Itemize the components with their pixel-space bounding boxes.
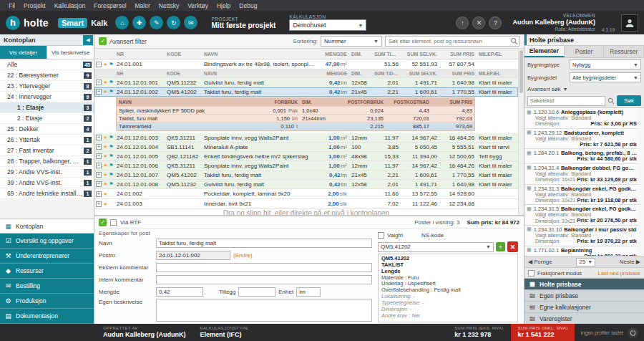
new-icon[interactable]: ✚ bbox=[132, 16, 146, 29]
module-nav-item[interactable]: ▤ Dokumentasjon bbox=[0, 309, 94, 324]
star-icon[interactable]: ★ bbox=[103, 153, 107, 159]
show-details-button[interactable]: Vis detaljer bbox=[0, 46, 47, 59]
prisbase-item[interactable]: ▦ 1.243.29.12 Badstuedører, komplett Val… bbox=[525, 129, 639, 150]
expand-row-icon[interactable]: + bbox=[96, 172, 102, 178]
upload-icon[interactable]: ↑ bbox=[456, 16, 469, 29]
prisbase-item[interactable]: ▦ 1.234.31.3 Balkongdør enkel, FG godkje… bbox=[525, 185, 639, 206]
module-nav-item[interactable]: ☑ Oversikt og oppgaver bbox=[0, 234, 94, 249]
valgfri-checkbox[interactable] bbox=[378, 232, 384, 239]
table-row[interactable]: +★⚑ 24.01.12.01.007 QM5.41202 Taklist fu… bbox=[94, 170, 518, 180]
tree-item[interactable]: 28 : Trapper, balkonger, m.m. 1 bbox=[0, 156, 94, 167]
col-milepael[interactable]: MILEPÆL bbox=[477, 52, 518, 57]
star-icon[interactable]: ★ bbox=[103, 62, 107, 67]
table-scrollbar[interactable] bbox=[518, 49, 524, 215]
prisbase-source-item[interactable]: ▤ Egne kalkulasjoner bbox=[525, 301, 644, 312]
menu-item[interactable]: Kalkulasjon bbox=[50, 2, 89, 9]
apply-check-icon[interactable]: ✓ bbox=[99, 218, 107, 226]
prisbase-item[interactable]: ▦ 1.234.31.5 Balkongdør enkel, FG godkje… bbox=[525, 205, 639, 226]
download-prisbase-link[interactable]: Last ned prisbase bbox=[598, 270, 640, 277]
col-dim[interactable]: DIM. bbox=[349, 52, 372, 57]
flag-icon[interactable]: ⚑ bbox=[109, 144, 113, 150]
star-icon[interactable]: ★ bbox=[103, 201, 107, 207]
module-nav-item[interactable]: ◆ Ressurser bbox=[0, 264, 94, 279]
flag-icon[interactable]: ⚑ bbox=[109, 153, 113, 159]
flag-icon[interactable]: ⚑ bbox=[109, 89, 113, 95]
tree-item[interactable]: 26 : Yttertak 1 bbox=[0, 135, 94, 145]
filter-check-icon[interactable]: ✓ bbox=[99, 37, 107, 45]
detail-row[interactable]: Tømrerarbeid 0,110 t 2,215 885,17 973,69 bbox=[117, 123, 474, 130]
table-row[interactable]: +★⚑ 24.01.12.01.005 QB2.121182 Enkelt bi… bbox=[94, 152, 518, 161]
bygningsdel-select[interactable]: Alle bygningsdeler ▼ bbox=[570, 72, 641, 82]
tree-item[interactable]: 27 : Fast inventar 2 bbox=[0, 145, 94, 156]
col-mengde[interactable]: MENGDE bbox=[316, 52, 349, 57]
expand-row-icon[interactable]: + bbox=[96, 89, 102, 95]
star-icon[interactable]: ★ bbox=[103, 80, 107, 85]
expand-row-icon[interactable]: + bbox=[96, 144, 102, 150]
prisbase-tab[interactable]: Poster bbox=[565, 46, 605, 57]
next-page-button[interactable]: Neste ▶ bbox=[620, 259, 640, 265]
tree-item[interactable]: 23 : Yttervegger 8 bbox=[0, 81, 94, 92]
star-icon[interactable]: ★ bbox=[103, 89, 107, 95]
delete-post-button[interactable]: ✕ bbox=[507, 241, 518, 252]
flag-icon[interactable]: ⚑ bbox=[109, 172, 113, 178]
table-row[interactable]: +★ 24.01.003 Innerdør, hvit 9x21 2,00stk… bbox=[94, 199, 518, 209]
table-row[interactable]: +★⚑ 24.01.12.01.006 QK5.31211 Sponplate … bbox=[94, 161, 518, 170]
search-input[interactable] bbox=[385, 36, 519, 47]
scrollbar-thumb[interactable] bbox=[519, 50, 523, 93]
endre-link[interactable]: (Endre) bbox=[233, 252, 253, 259]
module-nav-item[interactable]: ⚙ Produksjon bbox=[0, 294, 94, 309]
menu-item[interactable]: Maler bbox=[131, 2, 155, 9]
menu-item[interactable]: Fil bbox=[4, 2, 19, 9]
prisbase-tab[interactable]: Ressurser bbox=[604, 46, 644, 57]
help-icon[interactable]: ? bbox=[489, 16, 502, 29]
refresh-icon[interactable]: ↻ bbox=[167, 16, 180, 29]
mengde-input[interactable] bbox=[156, 287, 203, 297]
menu-item[interactable]: Debug bbox=[235, 2, 261, 9]
menu-item[interactable]: Forespørsel bbox=[89, 2, 130, 9]
via-rtf-checkbox[interactable] bbox=[110, 219, 117, 226]
prisbase-item[interactable]: ▦ 1.234.31.4 Balkongdør dobbel, FG godkj… bbox=[525, 164, 639, 185]
navn-input[interactable] bbox=[156, 239, 372, 248]
group-row[interactable]: −★⚑ 24.01.001 Bindingsverk av tre 48x98,… bbox=[94, 59, 518, 69]
prisbase-source-item[interactable]: ▤ Egen prisbase bbox=[525, 289, 644, 301]
advanced-filter-label[interactable]: Avansert filter bbox=[109, 38, 147, 45]
intern-kommentar-input[interactable] bbox=[156, 275, 372, 284]
prisbase-item[interactable]: ▦ 1.284.20.1 Balkong, betong, prefab., 8… bbox=[525, 149, 639, 164]
star-icon[interactable]: ★ bbox=[103, 172, 107, 178]
detail-row[interactable]: Spiker, maskindykkert EF 50DD pak 0,001 … bbox=[117, 107, 474, 115]
col-nr[interactable]: NR bbox=[114, 52, 165, 57]
add-post-button[interactable]: + bbox=[496, 242, 505, 251]
nskode-select[interactable]: QM5.41202 ▼ bbox=[378, 242, 494, 252]
power-icon[interactable] bbox=[628, 327, 638, 338]
beskrivelse-textarea[interactable] bbox=[156, 299, 372, 322]
prisbase-item[interactable]: ▦ 1.234.31.10 Balkongdør i mur passiv st… bbox=[525, 226, 639, 246]
tree-item[interactable]: 29 : Andre VVS-inst. 1 bbox=[0, 167, 94, 178]
flag-icon[interactable]: ⚑ bbox=[109, 80, 113, 85]
mail-icon[interactable]: ✉ bbox=[184, 16, 197, 29]
module-nav-item[interactable]: ✉ Bestilling bbox=[0, 279, 94, 294]
advanced-search-toggle[interactable]: Avansert søk ▼ bbox=[525, 84, 644, 94]
tree-item[interactable]: 22 : Bæresystemer 9 bbox=[0, 70, 94, 81]
tree-item[interactable]: 39 : Andre VVS-inst. 1 bbox=[0, 178, 94, 188]
close-icon[interactable]: ✕ bbox=[472, 16, 485, 29]
bygningstype-select[interactable]: Nybygg ▼ bbox=[570, 59, 641, 69]
col-kode[interactable]: KODE bbox=[165, 52, 202, 57]
prisbase-item[interactable]: ▦ 1.771.02.1 Beplantning Pris: kr 891,32… bbox=[525, 246, 639, 256]
star-icon[interactable]: ★ bbox=[103, 181, 107, 187]
avatar[interactable] bbox=[621, 14, 638, 32]
prisbase-item[interactable]: ▦ 1.120.10.6 Anleggsplass (komplett) Val… bbox=[525, 108, 639, 129]
col-selvk[interactable]: SUM SELVK. bbox=[401, 52, 439, 57]
expand-row-icon[interactable]: + bbox=[96, 163, 102, 168]
prisbase-source-item[interactable]: ▦ Holte prisbase bbox=[525, 278, 644, 289]
collapse-left-icon[interactable]: ◀ bbox=[83, 35, 93, 45]
flag-icon[interactable]: ⚑ bbox=[109, 181, 113, 187]
edit-icon[interactable]: ✎ bbox=[150, 16, 163, 29]
enhet-input[interactable] bbox=[296, 287, 321, 297]
home-icon[interactable]: ⌂ bbox=[115, 16, 129, 29]
module-nav-item[interactable]: ⚒ Underentreprenører bbox=[0, 249, 94, 264]
postnr-input[interactable] bbox=[156, 251, 230, 260]
tillegg-input[interactable] bbox=[238, 287, 275, 297]
prisbase-tab[interactable]: Elementer bbox=[525, 46, 565, 57]
module-nav-item[interactable]: ▦ Kontoplan bbox=[0, 218, 94, 234]
col-navn[interactable]: NAVN bbox=[202, 52, 316, 57]
